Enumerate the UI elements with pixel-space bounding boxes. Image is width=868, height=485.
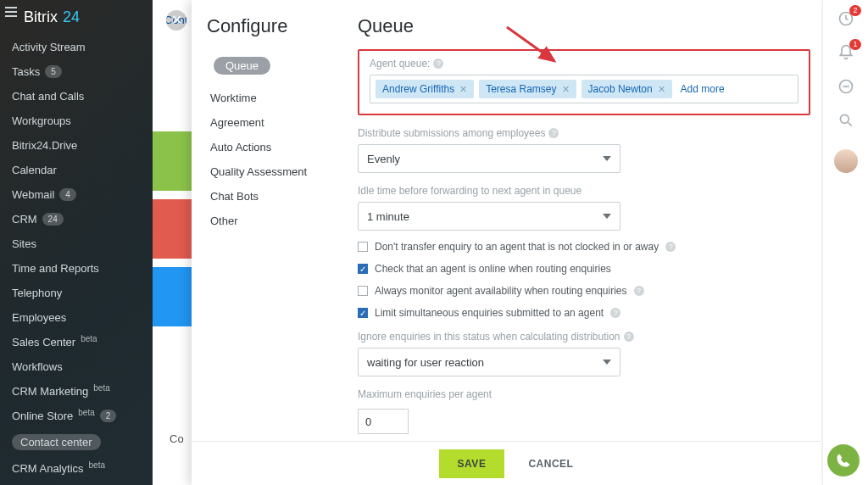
help-icon[interactable]: ? (624, 332, 634, 342)
bell-icon[interactable]: 1 (837, 44, 854, 61)
logo-text-1: Bitrix (24, 8, 58, 26)
configure-menu-item[interactable]: Auto Actions (202, 135, 344, 159)
logo: Bitrix24 (0, 5, 153, 35)
configure-menu-item[interactable]: Chat Bots (202, 184, 344, 209)
sidebar-item[interactable]: Calendar (0, 158, 153, 182)
avatar[interactable] (834, 149, 858, 173)
idle-select[interactable]: 1 minute (358, 202, 620, 231)
agent-chip[interactable]: Andrew Griffiths✕ (376, 80, 474, 98)
bg-tiles (153, 131, 186, 335)
max-label: Maximum enquiries per agent (358, 388, 810, 400)
agent-chip[interactable]: Jacob Newton✕ (581, 80, 672, 98)
distribute-select[interactable]: Evenly (358, 144, 620, 173)
chevron-down-icon (603, 156, 611, 161)
badge: 2 (849, 5, 860, 16)
checkbox[interactable]: ✓ (358, 308, 368, 318)
configure-menu: QueueWorktimeAgreementAuto ActionsQualit… (202, 47, 344, 233)
queue-title: Queue (358, 15, 414, 37)
queue-form: Agent queue:? Andrew Griffiths✕Teresa Ra… (358, 49, 810, 434)
svg-point-6 (840, 114, 849, 123)
sidebar-item[interactable]: Sales Centerbeta (0, 330, 153, 354)
sidebar-item[interactable]: Telephony (0, 281, 153, 305)
checkbox-row: ✓ Limit simultaneous enquiries submitted… (358, 307, 810, 319)
checkbox-row: Don't transfer enquiry to an agent that … (358, 241, 810, 253)
sidebar-item[interactable]: Webmail4 (0, 182, 153, 207)
checkbox-label: Limit simultaneous enquiries submitted t… (375, 307, 604, 319)
right-rail: 2 1 (822, 0, 868, 485)
sidebar-item[interactable]: Chat and Calls (0, 84, 153, 109)
svg-point-4 (845, 86, 846, 87)
sidebar-item[interactable]: Time and Reports (0, 256, 153, 281)
cancel-button[interactable]: CANCEL (528, 458, 573, 470)
sidebar-item[interactable]: Workgroups (0, 109, 153, 133)
checkbox-row: Always monitor agent availability when r… (358, 285, 810, 297)
help-icon[interactable]: ? (610, 308, 620, 318)
sidebar-item[interactable]: Contact center (0, 428, 153, 456)
sidebar-item[interactable]: Tasks5 (0, 59, 153, 84)
distribute-label: Distribute submissions among employees? (358, 127, 810, 139)
sidebar-item[interactable]: Online Storebeta2 (0, 404, 153, 428)
phone-fab[interactable] (827, 444, 860, 477)
sidebar-item[interactable]: Employees (0, 305, 153, 330)
configure-title: Configure (207, 15, 287, 37)
chat-icon[interactable] (837, 78, 854, 95)
remove-chip-icon[interactable]: ✕ (562, 84, 570, 95)
bg-heading: Cont (153, 41, 192, 63)
ignore-select[interactable]: waiting for user reaction (358, 348, 620, 376)
panel-footer: SAVE CANCEL (192, 441, 821, 485)
close-icon[interactable]: ✕ (164, 8, 188, 32)
agent-queue-box: Agent queue:? Andrew Griffiths✕Teresa Ra… (358, 49, 810, 115)
save-button[interactable]: SAVE (439, 449, 505, 478)
checkbox-label: Always monitor agent availability when r… (375, 285, 627, 297)
checkbox-label: Don't transfer enquiry to an agent that … (375, 241, 659, 253)
configure-panel: Configure QueueWorktimeAgreementAuto Act… (192, 0, 821, 485)
agent-queue-label: Agent queue:? (370, 58, 798, 70)
checkbox[interactable] (358, 242, 368, 252)
sidebar-item[interactable]: CRM Marketingbeta (0, 379, 153, 404)
configure-menu-item[interactable]: Other (202, 209, 344, 233)
max-enquiries-input[interactable] (358, 409, 409, 434)
svg-point-3 (843, 86, 844, 87)
badge: 1 (849, 39, 860, 50)
checkbox[interactable]: ✓ (358, 264, 368, 274)
bg-footer-text: Co (170, 432, 184, 445)
help-icon[interactable]: ? (548, 128, 559, 138)
add-more-link[interactable]: Add more (677, 83, 725, 95)
idle-label: Idle time before forwarding to next agen… (358, 185, 810, 197)
agent-chip[interactable]: Teresa Ramsey✕ (479, 80, 576, 98)
configure-menu-item[interactable]: Queue (214, 57, 270, 75)
checkbox[interactable] (358, 286, 368, 296)
svg-point-5 (848, 86, 849, 87)
sidebar-item[interactable]: Bitrix24.Drive (0, 133, 153, 158)
checkbox-label: Check that an agent is online when routi… (375, 263, 611, 275)
remove-chip-icon[interactable]: ✕ (658, 84, 665, 95)
sidebar-item[interactable]: Workflows (0, 354, 153, 379)
configure-menu-item[interactable]: Quality Assessment (202, 159, 344, 184)
configure-menu-item[interactable]: Agreement (202, 110, 344, 135)
help-icon[interactable]: ? (665, 242, 676, 252)
sidebar-item[interactable]: PayPal Integration (0, 481, 153, 485)
help-icon[interactable]: ? (433, 59, 443, 69)
help-icon[interactable]: ? (634, 286, 644, 296)
configure-menu-item[interactable]: Worktime (202, 86, 344, 110)
menu-icon[interactable] (5, 7, 17, 17)
agent-queue-input[interactable]: Andrew Griffiths✕Teresa Ramsey✕Jacob New… (370, 75, 798, 103)
ignore-label: Ignore enquiries in this status when cal… (358, 331, 810, 343)
chevron-down-icon (603, 214, 611, 219)
remove-chip-icon[interactable]: ✕ (459, 84, 467, 95)
checkbox-row: ✓ Check that an agent is online when rou… (358, 263, 810, 275)
search-icon[interactable] (837, 112, 854, 129)
logo-text-2: 24 (63, 8, 80, 26)
clock-icon[interactable]: 2 (837, 10, 854, 27)
sidebar-item[interactable]: CRM24 (0, 207, 153, 231)
sidebar-item[interactable]: Sites (0, 231, 153, 256)
sidebar-item[interactable]: Activity Stream (0, 35, 153, 59)
main-sidebar: Bitrix24 Activity StreamTasks5Chat and C… (0, 0, 153, 485)
sidebar-item[interactable]: CRM Analyticsbeta (0, 456, 153, 481)
chevron-down-icon (603, 360, 611, 365)
